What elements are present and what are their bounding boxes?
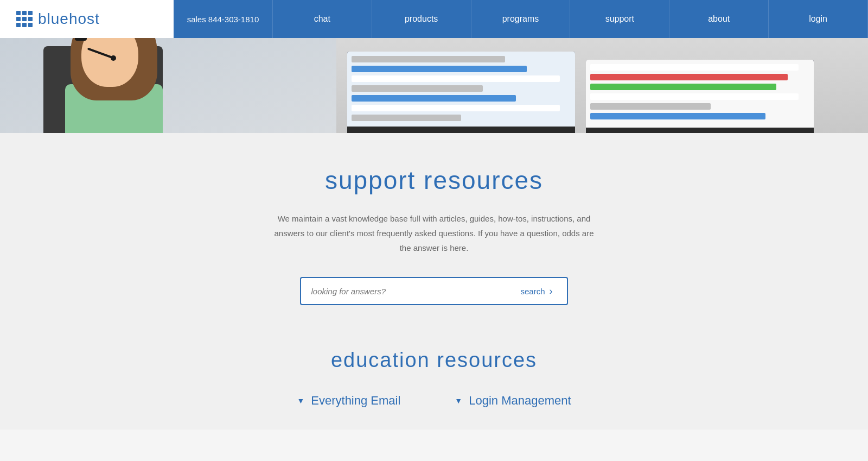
support-section: support resources We maintain a vast kno… xyxy=(0,133,868,332)
edu-arrow-email-icon: ▼ xyxy=(297,396,304,405)
monitor-2 xyxy=(586,60,814,133)
hero-person xyxy=(0,38,336,133)
education-title: education resources xyxy=(11,349,857,372)
search-label: search xyxy=(520,287,545,296)
nav-item-sales[interactable]: sales 844-303-1810 xyxy=(174,0,273,38)
edu-item-login[interactable]: ▼ Login Management xyxy=(455,394,571,408)
hero-monitors xyxy=(336,38,868,133)
support-description: We maintain a vast knowledge base full w… xyxy=(271,211,597,255)
navbar: bluehost sales 844-303-1810 chat product… xyxy=(0,0,868,38)
nav-item-chat[interactable]: chat xyxy=(273,0,372,38)
monitor-1 xyxy=(347,52,575,133)
hero-image xyxy=(0,38,868,133)
education-section: education resources ▼ Everything Email ▼… xyxy=(0,332,868,430)
edu-arrow-login-icon: ▼ xyxy=(455,396,462,405)
logo-grid-icon xyxy=(16,11,33,27)
search-row: search › xyxy=(11,277,857,305)
edu-item-email[interactable]: ▼ Everything Email xyxy=(297,394,400,408)
support-title: support resources xyxy=(11,166,857,195)
search-arrow-icon: › xyxy=(550,286,553,297)
logo-area: bluehost xyxy=(0,0,174,38)
nav-links: sales 844-303-1810 chat products program… xyxy=(174,0,868,38)
nav-item-login[interactable]: login xyxy=(769,0,868,38)
nav-item-programs[interactable]: programs xyxy=(471,0,571,38)
education-grid: ▼ Everything Email ▼ Login Management xyxy=(11,394,857,408)
search-button[interactable]: search › xyxy=(506,277,567,305)
edu-label-login: Login Management xyxy=(469,394,571,408)
nav-item-products[interactable]: products xyxy=(372,0,471,38)
nav-item-about[interactable]: about xyxy=(669,0,769,38)
search-input[interactable] xyxy=(300,277,506,305)
logo-text[interactable]: bluehost xyxy=(38,10,100,28)
nav-item-support[interactable]: support xyxy=(570,0,669,38)
edu-label-email: Everything Email xyxy=(311,394,400,408)
